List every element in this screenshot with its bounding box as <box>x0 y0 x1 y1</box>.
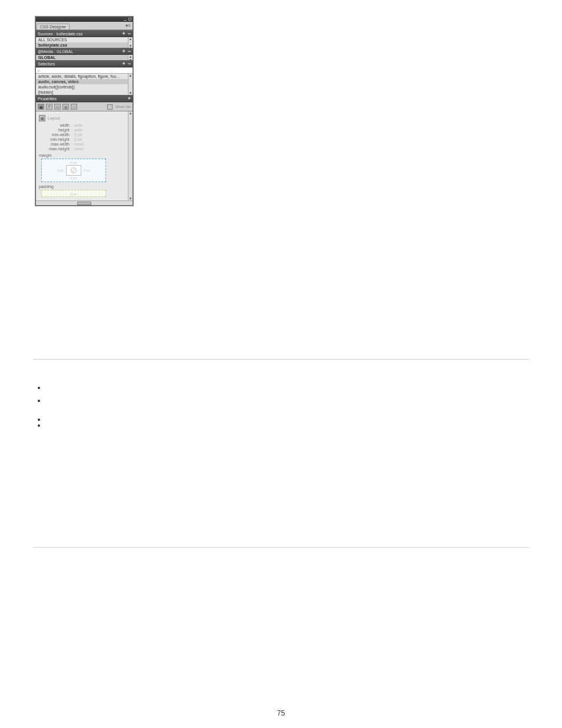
remove-source-button[interactable]: − <box>128 31 131 36</box>
properties-header: Properties + <box>36 95 133 102</box>
margin-left-value[interactable]: 0 px <box>55 169 66 172</box>
list-item <box>46 415 529 417</box>
tab-css-designer[interactable]: CSS Designer <box>37 24 70 29</box>
padding-top-value[interactable]: 0 px <box>70 192 77 196</box>
panel-tab-strip: CSS Designer ▾≡ <box>36 22 133 30</box>
media-header: @Media : GLOBAL + − <box>36 48 133 55</box>
scroll-up-icon[interactable]: ▲ <box>129 74 133 77</box>
collapse-icon[interactable] <box>124 18 127 21</box>
prop-row-width[interactable]: width:auto <box>39 123 130 127</box>
properties-category-bar: ▦ T ▭ ▨ ⋯ Show Set <box>36 102 133 111</box>
list-item <box>46 421 529 423</box>
selectors-header-label: Selectors <box>38 62 55 66</box>
selector-item[interactable]: article, aside, details, figcaption, fig… <box>36 74 133 79</box>
add-media-button[interactable]: + <box>122 49 125 54</box>
media-header-label: @Media : GLOBAL <box>38 50 73 54</box>
add-selector-button[interactable]: + <box>122 61 125 66</box>
remove-media-button[interactable]: − <box>128 49 131 54</box>
layout-section-label: Layout <box>48 116 60 120</box>
margin-link-icon[interactable] <box>66 165 81 176</box>
expand-icon[interactable] <box>128 18 131 21</box>
margin-bottom-value[interactable]: 0 px <box>70 176 77 180</box>
selector-item[interactable]: audio:not([controls]) <box>36 84 133 90</box>
padding-label: padding <box>39 185 130 189</box>
selectors-list: article, aside, details, figcaption, fig… <box>36 74 133 95</box>
margin-box-model[interactable]: 0 px 0 px 0 px 0 px <box>41 159 106 182</box>
properties-header-label: Properties <box>38 97 57 101</box>
scroll-down-icon[interactable]: ▼ <box>129 44 133 48</box>
bullet-list <box>46 383 529 423</box>
panel-horizontal-scrollbar[interactable] <box>36 200 133 205</box>
background-category-icon[interactable]: ▨ <box>62 104 69 110</box>
prop-row-max-width[interactable]: max-width:none <box>39 142 130 146</box>
add-property-button[interactable]: + <box>128 96 131 101</box>
properties-scrollbar[interactable]: ▲ ▼ <box>128 111 133 200</box>
search-icon: ⌕ <box>38 68 40 73</box>
css-designer-panel: CSS Designer ▾≡ Sources : boilerplate.cs… <box>35 17 133 206</box>
remove-selector-button[interactable]: − <box>128 61 131 66</box>
sources-header-label: Sources : boilerplate.css <box>38 32 82 36</box>
scroll-down-icon[interactable]: ▼ <box>129 58 133 62</box>
padding-box-model[interactable]: 0 px <box>41 190 106 197</box>
sources-scrollbar[interactable]: ▲ ▼ <box>128 37 133 48</box>
properties-body: ▦ Layout width:auto height:auto min-widt… <box>36 111 133 200</box>
source-item-all[interactable]: ALL SOURCES <box>36 37 133 42</box>
scrollbar-thumb[interactable] <box>77 202 91 205</box>
media-scrollbar[interactable]: ▲ ▼ <box>128 55 133 60</box>
media-list: GLOBAL ▲ ▼ <box>36 55 133 60</box>
sources-list: ALL SOURCES boilerplate.css ▲ ▼ <box>36 37 133 48</box>
prop-row-min-width[interactable]: min-width:0 px <box>39 133 130 137</box>
sources-header: Sources : boilerplate.css + − <box>36 30 133 37</box>
scroll-up-icon[interactable]: ▲ <box>129 111 133 115</box>
selectors-header: Selectors + − <box>36 60 133 67</box>
selector-item[interactable]: audio, canvas, video <box>36 79 133 84</box>
show-set-checkbox[interactable] <box>107 104 113 110</box>
more-category-icon[interactable]: ⋯ <box>71 104 77 110</box>
list-item <box>46 396 529 398</box>
page-number: 75 <box>0 709 562 717</box>
add-source-button[interactable]: + <box>122 31 125 36</box>
scroll-up-icon[interactable]: ▲ <box>129 37 133 41</box>
layout-section-icon: ▦ <box>39 115 45 121</box>
list-item <box>46 383 529 386</box>
layout-category-icon[interactable]: ▦ <box>38 104 44 110</box>
scroll-down-icon[interactable]: ▼ <box>129 91 133 95</box>
panel-titlebar[interactable] <box>36 17 133 22</box>
text-category-icon[interactable]: T <box>46 104 52 110</box>
section-divider <box>33 547 529 548</box>
svg-line-1 <box>72 169 75 172</box>
selectors-scrollbar[interactable]: ▲ ▼ <box>128 74 133 95</box>
selector-item[interactable]: [hidden] <box>36 90 133 95</box>
margin-top-value[interactable]: 0 px <box>70 160 77 165</box>
show-set-label: Show Set <box>115 105 131 108</box>
prop-row-max-height[interactable]: max-height:none <box>39 147 130 151</box>
border-category-icon[interactable]: ▭ <box>54 104 61 110</box>
margin-label: margin <box>39 153 130 157</box>
media-item-global[interactable]: GLOBAL <box>36 55 133 60</box>
prop-row-height[interactable]: height:auto <box>39 128 130 132</box>
selectors-search[interactable]: ⌕ <box>36 67 133 74</box>
panel-menu-icon[interactable]: ▾≡ <box>125 22 131 29</box>
prop-row-min-height[interactable]: min-height:0 px <box>39 137 130 141</box>
source-item-boilerplate[interactable]: boilerplate.css <box>36 42 133 48</box>
section-divider <box>33 359 529 360</box>
margin-right-value[interactable]: 0 px <box>81 169 92 172</box>
